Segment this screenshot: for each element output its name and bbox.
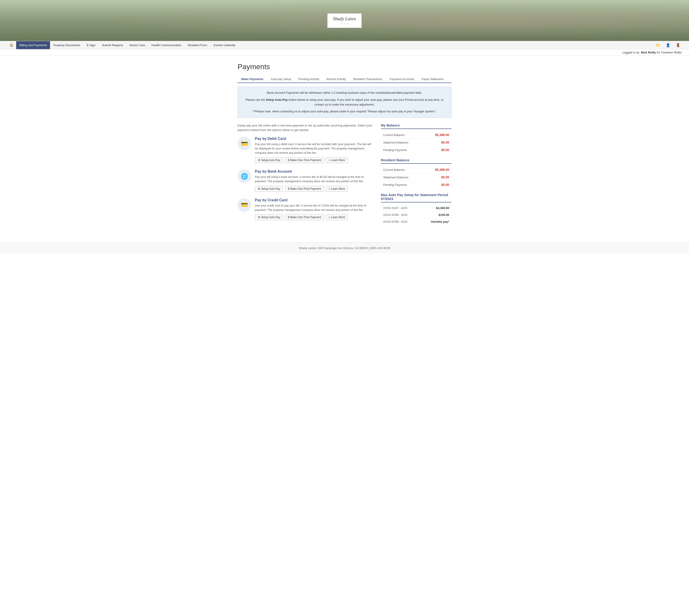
logged-in-resident: Charlene Reilly* xyxy=(661,51,682,54)
info-line2-post: button below to setup your auto-pay. If … xyxy=(288,98,444,106)
logged-in-bar: Logged in as: Nick Reilly for Charlene R… xyxy=(0,49,689,56)
debit-setup-autopay-button[interactable]: ⚙ Setup Auto-Pay xyxy=(255,157,283,163)
tab-resident-transactions[interactable]: Resident Transactions xyxy=(349,75,386,83)
resident-balance-row-statement: Statement Balance: $0.00 xyxy=(381,174,451,181)
nav-resident-form[interactable]: Resident Form xyxy=(185,41,210,49)
bank-icon: 🌐 xyxy=(238,170,251,183)
my-balance-row-statement: Statement Balance: $0.00 xyxy=(381,139,451,146)
resident-balance-row-pending: Pending Payment: $0.00 xyxy=(381,181,451,188)
credit-setup-autopay-button[interactable]: ⚙ Setup Auto-Pay xyxy=(255,214,283,220)
resident-balance-current-amount: $5,388.50 xyxy=(435,168,449,172)
resident-balance-section: Resident Balance Current Balance : $5,38… xyxy=(381,158,451,188)
navigation-bar: 🏠 Billing and Payments Property Document… xyxy=(0,41,689,49)
footer-separator-1: | xyxy=(317,246,319,250)
nav-events-calendar[interactable]: Events Calendar xyxy=(211,41,239,49)
tab-make-payments[interactable]: Make Payments xyxy=(238,75,267,83)
resident-balance-row-current: Current Balance : $5,388.50 xyxy=(381,166,451,174)
main-content: Payments Make Payments Auto-pay Setup Pe… xyxy=(233,56,456,234)
credit-description: Use your credit card to pay your bill. A… xyxy=(255,204,374,212)
my-balance-current-amount: $5,388.50 xyxy=(435,133,449,137)
autopay-title: Max Auto Pay Setup for Statement Period … xyxy=(381,193,451,202)
resident-balance-title: Resident Balance xyxy=(381,158,451,164)
debit-title: Pay by Debit Card xyxy=(255,137,374,141)
my-balance-pending-label: Pending Payment: xyxy=(383,148,407,152)
folder-icon[interactable]: 📁 xyxy=(654,42,662,49)
my-balance-title: My Balance xyxy=(381,123,451,129)
my-balance-row-current: Current Balance : $5,388.50 xyxy=(381,131,451,139)
autopay-row-2: XXXX-6789 - ACH Variable pay* xyxy=(381,218,451,225)
tab-pending-activity[interactable]: Pending Activity xyxy=(295,75,323,83)
logo-box: Shady Lanes — — — xyxy=(327,13,362,28)
bank-setup-autopay-button[interactable]: ⚙ Setup Auto-Pay xyxy=(255,186,283,192)
debit-actions: ⚙ Setup Auto-Pay $ Make One-Time Payment… xyxy=(255,157,374,163)
credit-info: Pay by Credit Card Use your credit card … xyxy=(255,198,374,220)
bank-actions: ⚙ Setup Auto-Pay $ Make One-Time Payment… xyxy=(255,186,374,192)
info-line3: **Please note, when contacting us to adj… xyxy=(243,109,446,114)
credit-icon: 💳 xyxy=(238,198,251,212)
info-line1: Bank Account Payments will be withdrawn … xyxy=(243,90,446,95)
my-balance-row-pending: Pending Payment: $0.00 xyxy=(381,146,451,154)
info-box: Bank Account Payments will be withdrawn … xyxy=(238,87,451,118)
nav-health-communication[interactable]: Health Communication xyxy=(148,41,185,49)
logged-in-for: for xyxy=(657,51,661,54)
debit-one-time-payment-button[interactable]: $ Make One-Time Payment xyxy=(285,157,324,163)
info-line2-bold: Setup Auto-Pay xyxy=(266,98,287,102)
autopay-amount-0: $4,388.50 xyxy=(436,206,449,210)
logged-in-user: Nick Reilly xyxy=(641,51,656,54)
credit-one-time-payment-button[interactable]: $ Make One-Time Payment xyxy=(285,214,324,220)
payment-card-credit: 💳 Pay by Credit Card Use your credit car… xyxy=(238,198,374,220)
nav-esign[interactable]: E-Sign xyxy=(84,41,99,49)
balance-column: My Balance Current Balance : $5,388.50 S… xyxy=(381,123,451,225)
bank-title: Pay by Bank Account xyxy=(255,170,374,174)
bank-description: Pay your bill using a bank account. A se… xyxy=(255,175,374,183)
nav-property-documents[interactable]: Property Documents xyxy=(50,41,84,49)
resident-balance-pending-amount: $0.00 xyxy=(441,183,449,186)
page-title: Payments xyxy=(238,63,451,71)
payment-card-bank: 🌐 Pay by Bank Account Pay your bill usin… xyxy=(238,170,374,192)
user-icon[interactable]: 👤 xyxy=(664,42,672,49)
hero-banner: Shady Lanes — — — xyxy=(0,0,689,41)
logged-in-prefix: Logged in as: xyxy=(622,51,640,54)
autopay-account-2: XXXX-6789 - ACH xyxy=(383,220,407,223)
autopay-section: Max Auto Pay Setup for Statement Period … xyxy=(381,193,451,225)
logout-icon[interactable]: 🚪 xyxy=(674,42,682,49)
nav-senior-care[interactable]: Senior Care xyxy=(126,41,148,49)
autopay-amount-2: Variable pay* xyxy=(431,220,449,223)
logo-sub: — — — xyxy=(340,23,349,25)
info-line2: Please use the Setup Auto-Pay button bel… xyxy=(243,97,446,107)
payment-options-column: Easily pay your bill online with a one-t… xyxy=(238,123,374,226)
debit-info: Pay by Debit Card Pay your bill using a … xyxy=(255,137,374,163)
debit-description: Pay your bill using a debit card. A serv… xyxy=(255,142,374,155)
nav-icon-group: 📁 👤 🚪 xyxy=(654,42,682,49)
payment-card-debit: 💳 Pay by Debit Card Pay your bill using … xyxy=(238,137,374,163)
info-line2-pre: Please use the xyxy=(245,98,266,102)
resident-balance-statement-label: Statement Balance: xyxy=(383,176,409,179)
home-nav-icon[interactable]: 🏠 xyxy=(7,41,16,49)
page-footer: Shady Lanes | 650 Saratoga Ave Ventura, … xyxy=(0,242,689,254)
resident-balance-current-label: Current Balance : xyxy=(383,168,406,172)
bank-info: Pay by Bank Account Pay your bill using … xyxy=(255,170,374,192)
bank-learn-more-button[interactable]: » Learn More xyxy=(326,186,348,192)
resident-balance-pending-label: Pending Payment: xyxy=(383,183,407,186)
debit-learn-more-button[interactable]: » Learn More xyxy=(326,157,348,163)
nav-submit-request[interactable]: Submit Request xyxy=(99,41,126,49)
my-balance-pending-amount: $0.00 xyxy=(441,148,449,152)
intro-text: Easily pay your bill online with a one-t… xyxy=(238,123,374,132)
footer-company: Shady Lanes xyxy=(299,246,316,250)
tab-payment-accounts[interactable]: Payment Accounts xyxy=(386,75,418,83)
two-column-layout: Easily pay your bill online with a one-t… xyxy=(238,123,451,226)
credit-learn-more-button[interactable]: » Learn More xyxy=(326,214,348,220)
credit-title: Pay by Credit Card xyxy=(255,198,374,202)
footer-address: 650 Saratoga Ave Ventura, CA 93003 xyxy=(319,246,368,250)
autopay-row-1: XXXX-6789 - ACH $100.00 xyxy=(381,212,451,218)
tab-recent-activity[interactable]: Recent Activity xyxy=(323,75,349,83)
autopay-amount-1: $100.00 xyxy=(438,213,449,217)
bank-one-time-payment-button[interactable]: $ Make One-Time Payment xyxy=(285,186,324,192)
tab-autopay-setup[interactable]: Auto-pay Setup xyxy=(267,75,295,83)
tab-payer-statement[interactable]: Payer Statement xyxy=(418,75,447,83)
my-balance-current-label: Current Balance : xyxy=(383,133,406,137)
resident-balance-statement-amount: $0.00 xyxy=(441,175,449,179)
autopay-row-0: XXXX-9107 - ACH $4,388.50 xyxy=(381,205,451,212)
nav-billing-payments[interactable]: Billing and Payments xyxy=(16,41,50,49)
my-balance-statement-label: Statement Balance: xyxy=(383,141,409,144)
